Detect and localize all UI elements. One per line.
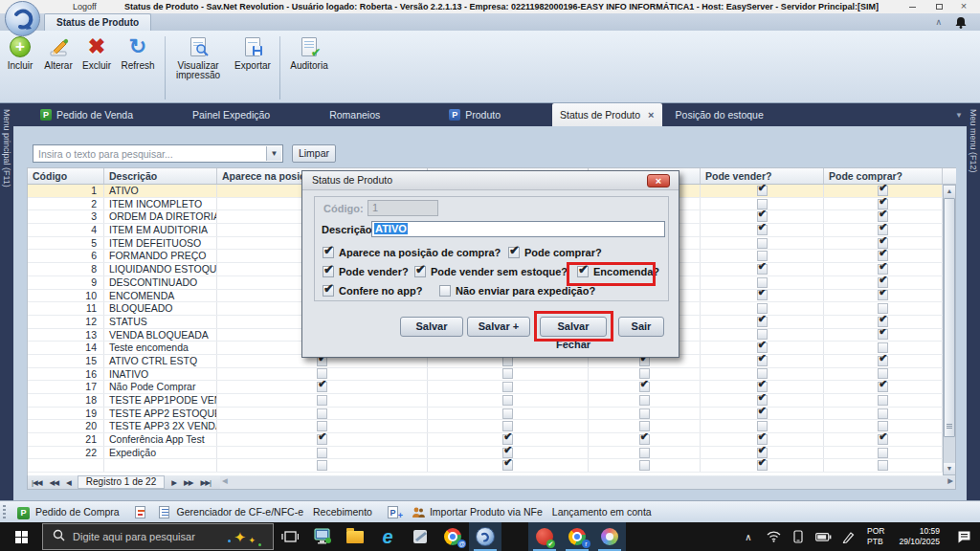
file-explorer-icon[interactable]	[339, 522, 371, 551]
logoff-menu[interactable]: Logoff	[73, 2, 97, 11]
checkbox-pode-comprar[interactable]: Pode comprar?	[508, 247, 602, 258]
collapse-ribbon-icon[interactable]: ∧	[935, 17, 942, 27]
alterar-button[interactable]: Alterar	[38, 34, 78, 71]
scroll-up-icon[interactable]: ▲	[944, 186, 955, 197]
checkbox-box[interactable]	[323, 247, 334, 258]
statusbar-item-recebimento[interactable]: Recebimento	[313, 506, 372, 518]
menu-principal-panel[interactable]: Menu principal (F11)	[0, 103, 13, 500]
navigator-button[interactable]: ◀◀	[45, 478, 62, 487]
scroll-left-icon[interactable]: ◀	[222, 476, 228, 485]
meu-menu-panel[interactable]: Meu menu (F12)	[967, 103, 980, 500]
statusbar-item-pedido-de-compra[interactable]: Pedido de Compra	[35, 506, 120, 518]
checkbox-pode-vender[interactable]: Pode vender?	[323, 266, 409, 277]
combo-dropdown-icon[interactable]: ▼	[266, 146, 281, 161]
refresh-button[interactable]: ↻ Refresh	[117, 34, 159, 71]
checkbox-nao-enviar-para-expedicao[interactable]: Não enviar para expedição?	[439, 285, 595, 297]
navigator-button[interactable]: ▶	[167, 478, 180, 487]
notes-app-icon[interactable]	[404, 522, 436, 551]
chevron-down-icon[interactable]: ▼	[955, 111, 963, 120]
tab-close-icon[interactable]: ×	[648, 109, 654, 121]
checkbox-box[interactable]	[439, 285, 451, 297]
table-row[interactable]: 20TESTE APP3 2X VENDA	[28, 420, 956, 433]
visualizar-impressao-button[interactable]: Visualizar impressão	[170, 34, 226, 80]
incluir-button[interactable]: + Incluir	[4, 34, 36, 71]
paint-palette-icon[interactable]	[593, 522, 626, 551]
scrollbar-thumb[interactable]	[944, 198, 955, 437]
excluir-button[interactable]: ✖ Excluir	[78, 34, 115, 71]
table-row[interactable]: 16INATIVO	[28, 368, 956, 382]
navigator-button[interactable]: ◀	[62, 478, 75, 487]
table-row[interactable]: 18TESTE APP1PODE VEN...	[28, 394, 956, 408]
pen-icon[interactable]	[835, 522, 860, 551]
hidden-icons-chevron[interactable]: ∧	[736, 522, 761, 551]
navigator-button[interactable]: ▶▶	[180, 478, 197, 487]
scroll-down-icon[interactable]: ▼	[944, 463, 955, 474]
doc-tab-1[interactable]: Painel Expedição	[185, 103, 278, 126]
minimize-button[interactable]	[903, 1, 921, 12]
doc-tab-3[interactable]: PProduto	[441, 103, 508, 126]
doc-tab-0[interactable]: PPedido de Venda	[33, 103, 141, 126]
descricao-field[interactable]: ATIVO	[371, 221, 665, 237]
p-plus-icon[interactable]: P+	[388, 506, 400, 518]
exportar-button[interactable]: Exportar	[230, 34, 276, 71]
table-row[interactable]: 19TESTE APP2 ESTOQUE	[28, 408, 956, 421]
battery-icon[interactable]	[811, 522, 835, 551]
sav-app-taskbar-icon[interactable]	[469, 522, 501, 551]
pedido-compra-icon[interactable]: P	[17, 506, 30, 518]
doc-blue-icon[interactable]	[159, 506, 171, 518]
table-row[interactable]: 21Conferência App Test	[28, 433, 956, 447]
checkbox-confere-no-app[interactable]: Confere no app?	[323, 285, 422, 297]
column-header-5[interactable]: Pode vender?	[701, 168, 824, 184]
action-center-icon[interactable]	[947, 522, 980, 551]
doc-chart-icon[interactable]	[135, 506, 147, 518]
salvar-button[interactable]: Salvar	[400, 317, 463, 337]
internet-explorer-icon[interactable]: e	[371, 522, 404, 551]
checkbox-box[interactable]	[508, 247, 520, 258]
statusbar-item-importar-produto[interactable]: Importar Produto via NFe	[430, 506, 543, 518]
language-indicator[interactable]: PORPTB	[867, 526, 884, 546]
chrome-profile-icon[interactable]: r	[561, 522, 593, 551]
column-header-6[interactable]: Pode comprar?	[824, 168, 943, 184]
doc-tab-4[interactable]: Status de Produto×	[552, 103, 662, 126]
doc-tab-2[interactable]: Romaneios	[322, 103, 388, 126]
table-row[interactable]: 22Expedição	[28, 447, 956, 460]
salvar-mais-button[interactable]: Salvar +	[467, 317, 530, 337]
navigator-button[interactable]: |◀◀	[28, 478, 45, 487]
maximize-button[interactable]	[930, 1, 947, 12]
column-header-1[interactable]: Descrição	[104, 168, 217, 184]
horizontal-scrollbar[interactable]: ◀ ▶	[220, 476, 955, 489]
close-button[interactable]: ×	[955, 1, 972, 12]
sair-button[interactable]: Sair	[618, 317, 664, 337]
checkbox-aparece-na-posicao-de-compra[interactable]: Aparece na posição de compra?	[323, 247, 501, 258]
statusbar-item-gerenciador-cfe[interactable]: Gerenciador de CF-e/NFC-e	[177, 506, 303, 518]
task-view-icon[interactable]	[274, 522, 306, 551]
remote-desktop-icon[interactable]	[306, 522, 339, 551]
taskbar-clock[interactable]: 10:5929/10/2025	[899, 526, 940, 546]
limpar-button[interactable]: Limpar	[292, 144, 336, 163]
phone-link-icon[interactable]	[786, 522, 811, 551]
checkbox-box[interactable]	[323, 285, 334, 297]
navigator-button[interactable]: ▶▶|	[197, 478, 214, 487]
column-header-0[interactable]: Código	[28, 168, 104, 184]
antivirus-icon[interactable]	[528, 522, 561, 551]
statusbar-item-lancamento-conta[interactable]: Lançamento em conta	[552, 506, 652, 518]
start-button[interactable]	[0, 522, 42, 551]
wifi-icon[interactable]	[761, 522, 786, 551]
dialog-close-button[interactable]: ×	[647, 174, 670, 187]
people-icon[interactable]	[412, 506, 424, 518]
checkbox-box[interactable]	[323, 266, 334, 277]
table-row[interactable]: 17Não Pode Comprar	[28, 381, 956, 394]
vertical-scrollbar[interactable]: ▲ ▼	[943, 185, 956, 475]
ribbon-tab-status-de-produto[interactable]: Status de Produto	[44, 13, 151, 31]
cell-descricao: Não Pode Comprar	[104, 381, 217, 393]
scroll-right-icon[interactable]: ▶	[947, 476, 953, 485]
auditoria-button[interactable]: ✔ Auditoria	[285, 34, 333, 71]
checkbox-box[interactable]	[414, 266, 426, 277]
search-input[interactable]: Insira o texto para pesquisar... ▼	[33, 144, 283, 163]
table-row[interactable]	[28, 459, 956, 473]
dialog-title[interactable]: Status de Produto	[302, 171, 679, 190]
doc-tab-5[interactable]: Posição do estoque	[668, 103, 771, 126]
taskbar-search-input[interactable]: Digite aqui para pesquisar ✦ ✦	[42, 523, 274, 550]
checkbox-pode-vender-sem-estoque[interactable]: Pode vender sem estoque?	[414, 266, 568, 277]
chrome-badged-icon[interactable]: @	[436, 522, 469, 551]
